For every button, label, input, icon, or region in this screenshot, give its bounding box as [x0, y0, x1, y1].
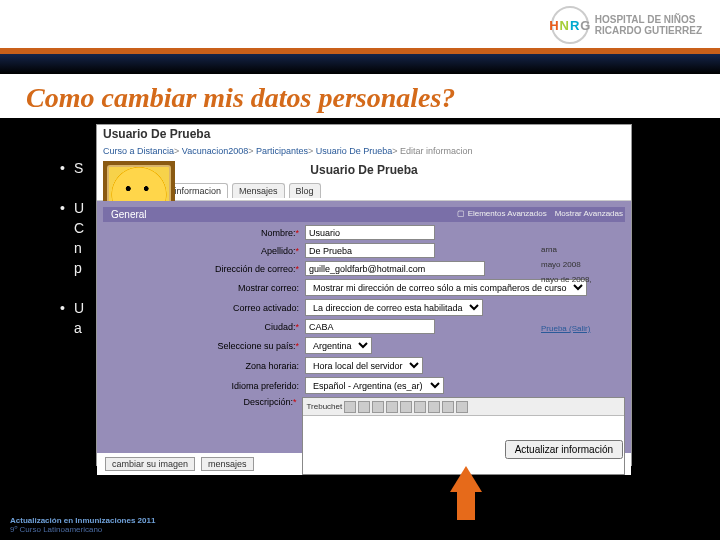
- tab-blog[interactable]: Blog: [289, 183, 321, 198]
- bullet-1-text: S: [74, 160, 83, 176]
- label-apellido: Apellido:*: [189, 246, 299, 256]
- label-correo: Dirección de correo:*: [189, 264, 299, 274]
- crumb-user[interactable]: Usuario De Prueba: [316, 146, 393, 156]
- label-idioma: Idioma preferido:: [189, 381, 299, 391]
- footer-l1: Actualización en Inmunizaciones 2011: [10, 516, 155, 525]
- label-descripcion: Descripción:*: [189, 397, 296, 407]
- rte-toolbar[interactable]: Trebuchet: [303, 398, 624, 416]
- input-ciudad[interactable]: [305, 319, 435, 334]
- label-pais: Seleccione su país:*: [189, 341, 299, 351]
- dark-band: [0, 54, 720, 74]
- sidebar-fragments: arna mayo 2008 nayo de 2008, Prueba (Sal…: [541, 245, 625, 339]
- profile-screenshot: Usuario De Prueba Curso a Distancia> Vac…: [96, 124, 632, 466]
- input-nombre[interactable]: [305, 225, 435, 240]
- change-image-button[interactable]: cambiar su imagen: [105, 457, 195, 471]
- select-idioma[interactable]: Español - Argentina (es_ar): [305, 377, 444, 394]
- hospital-name: HOSPITAL DE NIÑOS RICARDO GUTIERREZ: [595, 14, 702, 36]
- side-3: nayo de 2008,: [541, 275, 625, 284]
- hospital-name-l1: HOSPITAL DE NIÑOS: [595, 14, 702, 25]
- image-icon[interactable]: [442, 401, 454, 413]
- logo-letter-g: G: [580, 18, 590, 33]
- update-info-button[interactable]: Actualizar información: [505, 440, 623, 459]
- hospital-name-l2: RICARDO GUTIERREZ: [595, 25, 702, 36]
- align-icon[interactable]: [400, 401, 412, 413]
- side-1: arna: [541, 245, 625, 254]
- highlight-arrow-icon: [452, 466, 480, 522]
- underline-icon[interactable]: [372, 401, 384, 413]
- strike-icon[interactable]: [386, 401, 398, 413]
- rich-text-editor[interactable]: Trebuchet: [302, 397, 625, 475]
- input-correo[interactable]: [305, 261, 485, 276]
- label-ciudad: Ciudad:*: [189, 322, 299, 332]
- profile-tabs: Perfil Editar informacion Mensajes Blog: [97, 181, 631, 201]
- logo-letter-r: R: [570, 18, 579, 33]
- footer-l2: 9º Curso Latinoamericano: [10, 525, 155, 534]
- hnrg-letters: H N R G: [549, 18, 590, 33]
- logout-link[interactable]: Prueba (Salir): [541, 324, 590, 333]
- crumb-course[interactable]: Curso a Distancia: [103, 146, 174, 156]
- logo-letter-h: H: [549, 18, 558, 33]
- crumb-tail: Editar informacion: [400, 146, 473, 156]
- side-2: mayo 2008: [541, 260, 625, 269]
- slide-title: Como cambiar mis datos personales?: [26, 82, 455, 114]
- color-icon[interactable]: [456, 401, 468, 413]
- advanced-toggles: ▢ Elementos Avanzados Mostrar Avanzadas: [457, 209, 623, 218]
- label-activado: Correo activado:: [189, 303, 299, 313]
- label-nombre: Nombre:*: [189, 228, 299, 238]
- logo-letter-n: N: [560, 18, 569, 33]
- footer-course: Actualización en Inmunizaciones 2011 9º …: [10, 516, 155, 534]
- select-zona[interactable]: Hora local del servidor: [305, 357, 423, 374]
- toggle-advanced[interactable]: Mostrar Avanzadas: [555, 209, 623, 218]
- crumb-participants[interactable]: Participantes: [256, 146, 308, 156]
- logo-circle: H N R G: [551, 6, 589, 44]
- breadcrumb: Curso a Distancia> Vacunacion2008> Parti…: [97, 143, 631, 159]
- select-correo-activado[interactable]: La direccion de correo esta habilitada: [305, 299, 483, 316]
- italic-icon[interactable]: [358, 401, 370, 413]
- label-mostrar: Mostrar correo:: [189, 283, 299, 293]
- profile-user-heading: Usuario De Prueba: [97, 125, 631, 143]
- rte-font-select[interactable]: Trebuchet: [306, 402, 342, 411]
- crumb-section[interactable]: Vacunacion2008: [182, 146, 248, 156]
- select-pais[interactable]: Argentina: [305, 337, 372, 354]
- hospital-logo: H N R G HOSPITAL DE NIÑOS RICARDO GUTIER…: [551, 6, 702, 44]
- link-icon[interactable]: [428, 401, 440, 413]
- input-apellido[interactable]: [305, 243, 435, 258]
- bold-icon[interactable]: [344, 401, 356, 413]
- label-zona: Zona horaria:: [189, 361, 299, 371]
- tab-messages[interactable]: Mensajes: [232, 183, 285, 198]
- profile-center-title: Usuario De Prueba: [97, 159, 631, 181]
- list-icon[interactable]: [414, 401, 426, 413]
- toggle-basic[interactable]: ▢ Elementos Avanzados: [457, 209, 546, 218]
